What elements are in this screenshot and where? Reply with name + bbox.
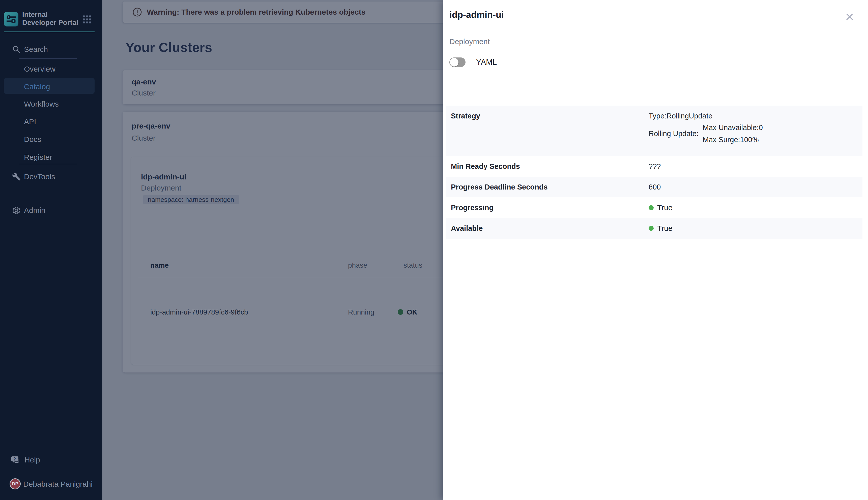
status-true-dot (649, 205, 654, 210)
max-surge: Max Surge:100% (703, 135, 763, 144)
detail-row-progressing: Progressing True (446, 197, 863, 218)
avatar-initials: DP (12, 481, 19, 487)
yaml-toggle-switch[interactable] (449, 57, 466, 67)
rolling-update-label: Rolling Update: (649, 129, 699, 138)
sidebar: Internal Developer Portal Search Overvie… (0, 0, 102, 500)
detail-value: True (642, 218, 863, 239)
gear-icon (12, 206, 21, 215)
drawer-subtitle: Deployment (449, 37, 490, 46)
app-title: Internal Developer Portal (22, 11, 80, 27)
detail-row-strategy: Strategy Type:RollingUpdate Rolling Upda… (446, 105, 863, 156)
search-icon (12, 45, 21, 54)
logo-glyph-icon (6, 15, 16, 24)
user-name: Debabrata Panigrahi (23, 480, 92, 488)
app-root: Warning: There was a problem retrieving … (0, 0, 868, 500)
app-logo[interactable] (4, 12, 19, 26)
deployment-detail-table: Strategy Type:RollingUpdate Rolling Upda… (446, 105, 863, 239)
yaml-toggle-label: YAML (476, 58, 497, 67)
detail-value: 600 (642, 177, 863, 197)
detail-label: Progressing (446, 197, 642, 218)
toggle-knob (450, 58, 458, 67)
help-chat-icon: ? (11, 456, 21, 465)
max-unavailable: Max Unavailable:0 (703, 123, 763, 132)
status-true-dot (649, 226, 654, 231)
detail-value: Type:RollingUpdate Rolling Update: Max U… (642, 105, 863, 156)
detail-value: ??? (642, 156, 863, 177)
strategy-type: Type:RollingUpdate (649, 112, 863, 120)
detail-label: Progress Deadline Seconds (446, 177, 642, 197)
close-icon[interactable] (845, 13, 855, 23)
sidebar-divider (19, 164, 77, 164)
detail-row-available: Available True (446, 218, 863, 239)
help-label: Help (24, 456, 40, 464)
apps-grid-icon[interactable] (83, 15, 91, 25)
detail-label: Available (446, 218, 642, 239)
detail-value: True (642, 197, 863, 218)
drawer-title: idp-admin-ui (449, 10, 504, 20)
detail-row-progress-deadline-seconds: Progress Deadline Seconds 600 (446, 177, 863, 197)
detail-label: Strategy (446, 105, 642, 156)
entity-detail-drawer: idp-admin-ui Deployment YAML Strategy Ty… (443, 0, 868, 500)
yaml-toggle-row: YAML (449, 57, 497, 67)
svg-text:?: ? (13, 457, 16, 461)
wrench-icon (12, 172, 21, 181)
sidebar-divider (19, 58, 77, 59)
sidebar-accent-divider (4, 32, 94, 32)
avatar: DP (10, 478, 21, 489)
detail-label: Min Ready Seconds (446, 156, 642, 177)
detail-row-min-ready-seconds: Min Ready Seconds ??? (446, 156, 863, 177)
